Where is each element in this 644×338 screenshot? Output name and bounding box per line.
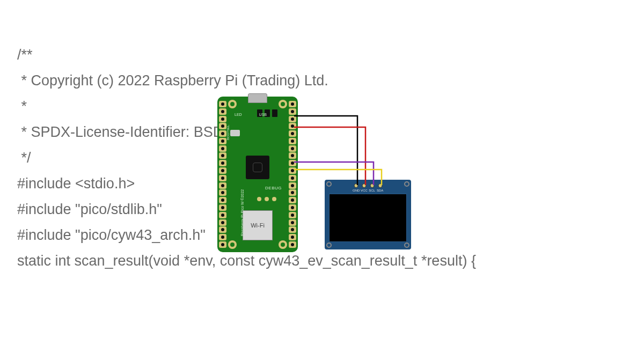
- debug-pads[interactable]: [257, 197, 276, 201]
- led-label: LED: [235, 113, 242, 116]
- gpio-pin[interactable]: [289, 204, 296, 211]
- gpio-pin[interactable]: [219, 189, 226, 196]
- gpio-pin[interactable]: [289, 145, 296, 152]
- pico-w-board[interactable]: Wi-Fi DEBUG USB LED BOOTSEL Raspberry Pi…: [217, 97, 298, 252]
- board-name-label: Raspberry Pi Pico W ©2022: [240, 189, 244, 236]
- debug-label: DEBUG: [265, 186, 282, 190]
- gpio-pin[interactable]: [289, 101, 296, 107]
- gpio-pin[interactable]: [289, 219, 296, 226]
- usb-connector-icon: [248, 93, 267, 103]
- gpio-pin[interactable]: [219, 116, 226, 122]
- gpio-pin[interactable]: [219, 212, 226, 218]
- gpio-pin[interactable]: [289, 241, 296, 248]
- oled-pin-vcc[interactable]: [362, 183, 366, 188]
- gpio-pin[interactable]: [219, 130, 226, 137]
- oled-module[interactable]: GNDVCCSCLSDA: [325, 180, 411, 249]
- oled-pin-sda[interactable]: [378, 183, 382, 188]
- gpio-pin[interactable]: [289, 123, 296, 129]
- gpio-pin[interactable]: [289, 108, 296, 115]
- gpio-pin[interactable]: [219, 138, 226, 144]
- gpio-pins-left[interactable]: [219, 101, 226, 248]
- mounting-hole-icon: [279, 100, 287, 108]
- gpio-pin[interactable]: [219, 175, 226, 181]
- gpio-pin[interactable]: [219, 204, 226, 211]
- gpio-pin[interactable]: [289, 234, 296, 240]
- mounting-hole-icon: [326, 243, 332, 248]
- gpio-pin[interactable]: [289, 182, 296, 189]
- gpio-pin[interactable]: [219, 152, 226, 159]
- gpio-pin[interactable]: [219, 182, 226, 189]
- mounting-hole-icon: [279, 240, 287, 249]
- gpio-pin[interactable]: [289, 138, 296, 144]
- gpio-pin[interactable]: [289, 116, 296, 122]
- oled-pin-gnd[interactable]: [354, 183, 358, 188]
- mounting-hole-icon: [404, 243, 409, 248]
- code-line: * Copyright (c) 2022 Raspberry Pi (Tradi…: [17, 68, 476, 93]
- mounting-hole-icon: [228, 240, 237, 249]
- bootsel-label: BOOTSEL: [226, 125, 230, 140]
- wifi-module: Wi-Fi: [243, 210, 273, 240]
- gpio-pins-right[interactable]: [289, 101, 296, 248]
- gpio-pin[interactable]: [219, 160, 226, 166]
- gpio-pin[interactable]: [219, 123, 226, 129]
- gpio-pin[interactable]: [289, 130, 296, 137]
- usb-label: USB: [259, 113, 267, 116]
- gpio-pin[interactable]: [219, 234, 226, 240]
- gpio-pin[interactable]: [219, 226, 226, 233]
- gpio-pin[interactable]: [219, 219, 226, 226]
- rp2040-chip-icon: [246, 156, 269, 179]
- gpio-pin[interactable]: [289, 226, 296, 233]
- gpio-pin[interactable]: [219, 101, 226, 107]
- gpio-pin[interactable]: [219, 197, 226, 203]
- gpio-pin[interactable]: [289, 152, 296, 159]
- gpio-pin[interactable]: [289, 197, 296, 203]
- mounting-hole-icon: [326, 181, 332, 187]
- oled-screen: [329, 194, 407, 242]
- mounting-hole-icon: [228, 100, 237, 108]
- gpio-pin[interactable]: [219, 108, 226, 115]
- gpio-pin[interactable]: [289, 175, 296, 181]
- gpio-pin[interactable]: [219, 145, 226, 152]
- bootsel-button[interactable]: [230, 130, 240, 136]
- mounting-hole-icon: [404, 181, 409, 187]
- oled-pin-labels: GNDVCCSCLSDA: [353, 189, 383, 192]
- oled-pin-header[interactable]: [354, 183, 382, 188]
- gpio-pin[interactable]: [289, 160, 296, 166]
- code-line: /**: [17, 42, 476, 68]
- gpio-pin[interactable]: [219, 241, 226, 248]
- gpio-pin[interactable]: [219, 167, 226, 174]
- gpio-pin[interactable]: [289, 212, 296, 218]
- gpio-pin[interactable]: [289, 189, 296, 196]
- gpio-pin[interactable]: [289, 167, 296, 174]
- oled-pin-scl[interactable]: [370, 183, 374, 188]
